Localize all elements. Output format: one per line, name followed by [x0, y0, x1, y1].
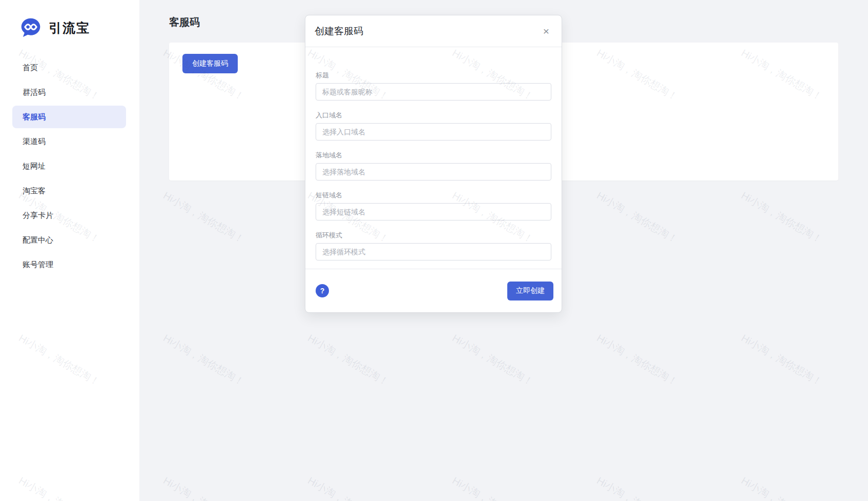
sidebar-item-label: 短网址: [23, 162, 46, 171]
modal-title: 创建客服码: [315, 25, 363, 38]
form-group-title: 标题: [316, 71, 551, 101]
landing-domain-input[interactable]: [316, 163, 551, 181]
title-input[interactable]: [316, 83, 551, 101]
create-service-code-button[interactable]: 创建客服码: [182, 54, 238, 73]
create-service-code-modal: 创建客服码 × 标题入口域名落地域名短链域名循环模式 ? 立即创建: [305, 15, 562, 313]
sidebar-item-label: 淘宝客: [23, 186, 46, 196]
close-icon[interactable]: ×: [543, 26, 549, 36]
sidebar-item-label: 分享卡片: [23, 211, 53, 221]
sidebar-item-label: 群活码: [23, 88, 46, 97]
sidebar: 引流宝 首页群活码客服码渠道码短网址淘宝客分享卡片配置中心账号管理: [0, 0, 139, 501]
sidebar-item-config-center[interactable]: 配置中心: [12, 229, 126, 251]
form-group-landing-domain: 落地域名: [316, 151, 551, 181]
form-group-loop-mode: 循环模式: [316, 231, 551, 260]
help-icon[interactable]: ?: [316, 284, 329, 297]
short-link-domain-label: 短链域名: [316, 191, 551, 200]
sidebar-item-label: 配置中心: [23, 235, 53, 245]
sidebar-item-channel-code[interactable]: 渠道码: [12, 130, 126, 153]
entry-domain-label: 入口域名: [316, 111, 551, 120]
sidebar-item-share-card[interactable]: 分享卡片: [12, 204, 126, 227]
modal-form: 标题入口域名落地域名短链域名循环模式: [305, 47, 562, 260]
modal-footer: ? 立即创建: [305, 269, 562, 312]
landing-domain-label: 落地域名: [316, 151, 551, 160]
sidebar-item-label: 首页: [23, 63, 38, 73]
sidebar-item-service-code[interactable]: 客服码: [12, 106, 126, 128]
modal-header: 创建客服码 ×: [305, 15, 562, 47]
sidebar-item-label: 渠道码: [23, 137, 46, 147]
entry-domain-input[interactable]: [316, 123, 551, 141]
loop-mode-input[interactable]: [316, 243, 551, 260]
short-link-domain-input[interactable]: [316, 203, 551, 221]
brand: 引流宝: [0, 0, 139, 39]
sidebar-item-label: 账号管理: [23, 260, 53, 270]
sidebar-item-group-live-code[interactable]: 群活码: [12, 81, 126, 104]
sidebar-item-account-management[interactable]: 账号管理: [12, 253, 126, 276]
chat-bubble-braid-icon: [19, 16, 42, 39]
sidebar-nav: 首页群活码客服码渠道码短网址淘宝客分享卡片配置中心账号管理: [0, 56, 139, 276]
form-group-entry-domain: 入口域名: [316, 111, 551, 141]
submit-create-button[interactable]: 立即创建: [507, 282, 553, 300]
sidebar-item-short-url[interactable]: 短网址: [12, 155, 126, 177]
form-group-short-link-domain: 短链域名: [316, 191, 551, 221]
loop-mode-label: 循环模式: [316, 231, 551, 240]
sidebar-item-home[interactable]: 首页: [12, 56, 126, 79]
sidebar-item-label: 客服码: [23, 112, 46, 122]
sidebar-item-taobao-ke[interactable]: 淘宝客: [12, 179, 126, 202]
title-label: 标题: [316, 71, 551, 80]
brand-name: 引流宝: [49, 19, 90, 36]
